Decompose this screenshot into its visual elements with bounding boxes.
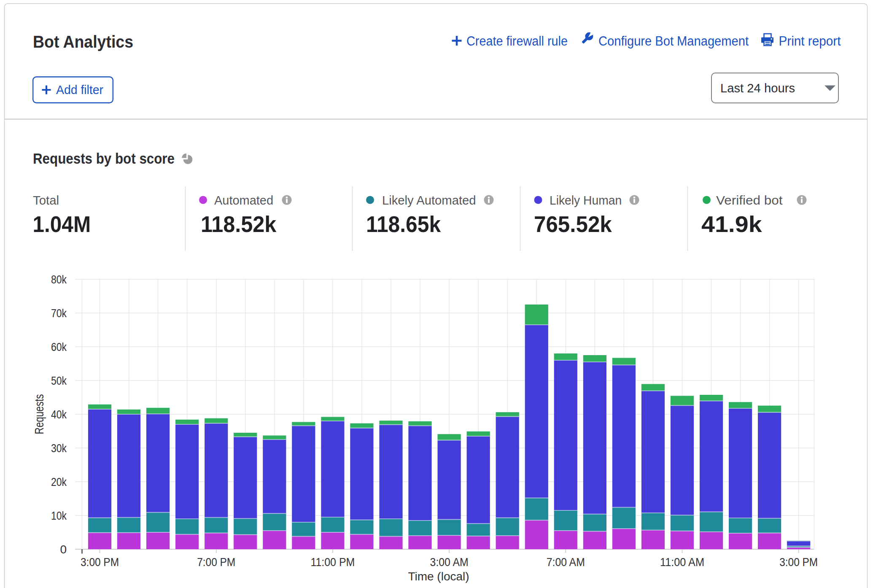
svg-text:0: 0 (60, 543, 67, 556)
svg-text:Add filter: Add filter (56, 83, 103, 97)
svg-text:3:00 PM: 3:00 PM (81, 556, 119, 569)
svg-text:118.65k: 118.65k (366, 211, 441, 237)
svg-text:Configure Bot Management: Configure Bot Management (598, 34, 749, 49)
svg-text:30k: 30k (51, 442, 67, 455)
svg-text:Bot Analytics: Bot Analytics (33, 32, 133, 51)
svg-text:1.04M: 1.04M (33, 211, 91, 237)
svg-text:50k: 50k (51, 374, 67, 387)
svg-text:Last 24 hours: Last 24 hours (720, 81, 795, 95)
svg-text:40k: 40k (51, 408, 67, 421)
svg-text:Total: Total (33, 193, 59, 207)
svg-text:Likely Automated: Likely Automated (382, 193, 476, 207)
svg-text:Time (local): Time (local) (408, 570, 469, 583)
svg-text:11:00 AM: 11:00 AM (660, 556, 704, 569)
svg-text:7:00 PM: 7:00 PM (197, 556, 235, 569)
svg-text:20k: 20k (51, 475, 67, 488)
svg-text:41.9k: 41.9k (701, 211, 763, 237)
svg-text:3:00 PM: 3:00 PM (779, 556, 818, 569)
svg-text:765.52k: 765.52k (534, 211, 612, 237)
svg-text:Create firewall rule: Create firewall rule (466, 34, 568, 49)
svg-text:7:00 AM: 7:00 AM (547, 556, 585, 569)
svg-text:80k: 80k (51, 273, 67, 286)
svg-text:70k: 70k (51, 307, 67, 320)
svg-text:10k: 10k (51, 509, 67, 522)
svg-text:118.52k: 118.52k (201, 211, 277, 237)
svg-text:Likely Human: Likely Human (550, 193, 622, 207)
svg-text:3:00 AM: 3:00 AM (430, 556, 469, 569)
svg-text:Verified bot: Verified bot (716, 193, 783, 207)
svg-text:Automated: Automated (214, 193, 273, 207)
svg-text:11:00 PM: 11:00 PM (310, 556, 355, 569)
svg-text:Requests by bot score: Requests by bot score (33, 150, 175, 167)
svg-text:Requests: Requests (32, 394, 46, 434)
svg-text:Print report: Print report (779, 34, 841, 49)
svg-text:60k: 60k (51, 340, 67, 353)
